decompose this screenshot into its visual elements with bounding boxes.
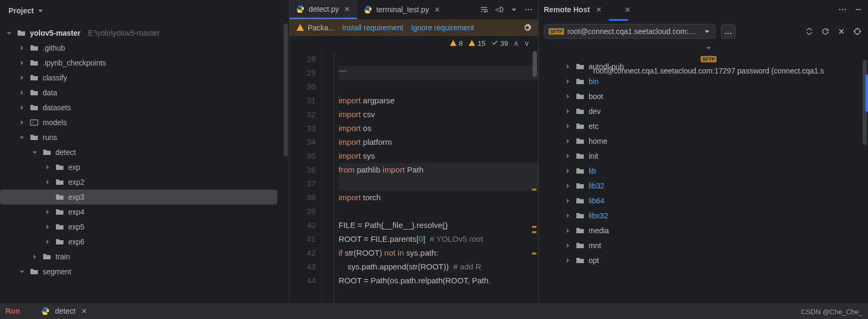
tree-item[interactable]: classify: [0, 70, 277, 85]
code-line[interactable]: [339, 80, 538, 94]
soft-wrap-icon[interactable]: [480, 5, 488, 14]
close-icon[interactable]: [433, 6, 441, 13]
code-line[interactable]: [339, 52, 538, 66]
code-line[interactable]: import csv: [339, 108, 538, 121]
folder-icon: [55, 238, 64, 246]
reader-mode-icon[interactable]: <D: [495, 5, 504, 14]
root-path: E:\yolo\yolov5-master: [88, 29, 160, 37]
close-icon[interactable]: [595, 6, 602, 13]
tree-root[interactable]: yolov5-master E:\yolo\yolov5-master: [0, 26, 277, 40]
tree-item[interactable]: models: [0, 115, 277, 130]
code-line[interactable]: ROOT = Path(os.path.relpath(ROOT, Path.: [339, 274, 538, 288]
editor-scrollbar[interactable]: [532, 50, 538, 303]
close-icon[interactable]: [81, 307, 88, 315]
ignore-requirement-link[interactable]: Ignore requirement: [411, 23, 474, 32]
tree-item[interactable]: exp: [0, 160, 277, 175]
close-icon[interactable]: [624, 6, 631, 13]
code-line[interactable]: import argparse: [339, 94, 538, 108]
tree-item[interactable]: exp5: [0, 219, 277, 234]
problem-nav-up[interactable]: ∧: [513, 39, 519, 47]
collapse-icon[interactable]: [804, 27, 815, 36]
tree-item[interactable]: exp2: [0, 175, 277, 190]
code-line[interactable]: sys.path.append(str(ROOT)) # add R: [339, 260, 538, 274]
tree-item-label: exp3: [68, 193, 84, 201]
project-panel-header[interactable]: Project: [0, 0, 289, 21]
code-line[interactable]: """: [339, 66, 538, 80]
remote-tree-item[interactable]: media: [539, 223, 868, 238]
code-line[interactable]: if str(ROOT) not in sys.path:: [339, 246, 538, 260]
close-icon[interactable]: [836, 27, 847, 36]
code-line[interactable]: import platform: [339, 135, 538, 149]
refresh-icon[interactable]: [820, 27, 831, 36]
tree-item[interactable]: runs: [0, 130, 277, 145]
remote-root-label: root@connect.cqa1.seetacloud.com:17297 p…: [593, 67, 824, 75]
target-icon[interactable]: [852, 27, 863, 36]
chevron-icon: [31, 149, 38, 156]
tree-item[interactable]: train: [0, 249, 277, 264]
editor-tab[interactable]: detect.py: [290, 0, 357, 19]
editor-code[interactable]: """ import argparseimport csvimport osim…: [334, 50, 538, 303]
close-icon[interactable]: [343, 5, 351, 13]
tree-item-label: data: [43, 88, 57, 97]
code-line[interactable]: [339, 177, 538, 191]
remote-tree[interactable]: SFTP root@connect.cqa1.seetacloud.com:17…: [539, 42, 868, 303]
install-requirement-link[interactable]: Install requirement: [342, 23, 404, 32]
remote-tree-item[interactable]: boot: [539, 89, 868, 104]
remote-tree-item[interactable]: home: [539, 134, 868, 149]
more-icon[interactable]: [524, 5, 533, 14]
code-line[interactable]: ROOT = FILE.parents[0] # YOLOv5 root: [339, 232, 538, 246]
remote-item-label: lib32: [589, 182, 605, 190]
remote-host-selector[interactable]: SFTP root@connect.cqa1.seetacloud.com:17…: [544, 24, 716, 39]
project-tree[interactable]: yolov5-master E:\yolo\yolov5-master .git…: [0, 21, 289, 303]
tree-item[interactable]: exp6: [0, 234, 277, 249]
scrollbar-thumb[interactable]: [284, 23, 288, 157]
remote-tree-item[interactable]: dev: [539, 104, 868, 119]
remote-tree-item[interactable]: libx32: [539, 208, 868, 223]
remote-tree-item[interactable]: opt: [539, 253, 868, 268]
problem-nav-down[interactable]: ∨: [524, 39, 529, 47]
remote-item-label: opt: [589, 256, 599, 265]
remote-host-label: root@connect.cqa1.seetacloud.com:172: [567, 27, 700, 36]
chevron-down-icon[interactable]: [510, 6, 518, 13]
remote-host-title[interactable]: Remote Host: [544, 5, 590, 14]
code-line[interactable]: [339, 205, 538, 218]
remote-host-toolbar: SFTP root@connect.cqa1.seetacloud.com:17…: [539, 21, 868, 42]
chevron-icon: [44, 208, 51, 216]
minimize-icon[interactable]: [854, 5, 863, 14]
remote-tree-item[interactable]: init: [539, 149, 868, 163]
remote-tree-item[interactable]: mnt: [539, 238, 868, 253]
code-line[interactable]: import torch: [339, 191, 538, 205]
chevron-icon: [18, 89, 26, 96]
remote-tree-item[interactable]: lib: [539, 163, 868, 178]
tree-item[interactable]: exp4: [0, 205, 277, 219]
scrollbar-thumb[interactable]: [533, 51, 537, 77]
remote-tree-root[interactable]: SFTP root@connect.cqa1.seetacloud.com:17…: [539, 44, 868, 59]
more-icon[interactable]: [838, 5, 847, 14]
tree-item[interactable]: segment: [0, 264, 277, 279]
remote-tree-item[interactable]: lib32: [539, 178, 868, 193]
code-line[interactable]: import os: [339, 121, 538, 135]
run-title: Run: [5, 307, 20, 315]
gear-icon[interactable]: [523, 23, 532, 32]
remote-tree-item[interactable]: bin: [539, 74, 868, 89]
code-line[interactable]: FILE = Path(__file__).resolve(): [339, 218, 538, 232]
tree-item[interactable]: data: [0, 85, 277, 100]
tree-item[interactable]: .github: [0, 40, 277, 55]
remote-tree-item[interactable]: etc: [539, 119, 868, 134]
tree-item[interactable]: datasets: [0, 100, 277, 115]
watermark: CSDN @Che_Che_: [801, 308, 863, 316]
chevron-icon: [44, 223, 51, 231]
remote-config-button[interactable]: ...: [721, 24, 736, 39]
remote-item-label: lib: [589, 167, 596, 175]
inspection-widget[interactable]: 8 15 39 ∧ ∨: [290, 36, 538, 50]
run-tool-window-header[interactable]: Run detect: [0, 303, 868, 319]
chevron-icon: [44, 238, 51, 246]
tree-item[interactable]: exp3: [0, 190, 277, 205]
remote-tree-item[interactable]: lib64: [539, 193, 868, 208]
editor-tab[interactable]: terminal_test.py: [357, 0, 447, 19]
code-editor[interactable]: 2829303132333435363738394041424344 """ i…: [290, 50, 538, 303]
tree-item[interactable]: detect: [0, 145, 277, 160]
code-line[interactable]: import sys: [339, 149, 538, 163]
code-line[interactable]: from pathlib import Path: [339, 163, 538, 177]
tree-item[interactable]: .ipynb_checkpoints: [0, 55, 277, 70]
